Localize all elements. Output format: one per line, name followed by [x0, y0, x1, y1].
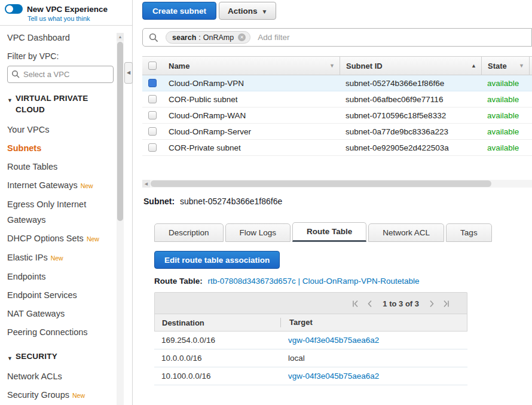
route-table-label: Route Table:: [154, 277, 203, 286]
pagination-prev-button[interactable]: [366, 300, 374, 308]
subnet-table: Name ▼ Subnet ID ▲ State ▼ Cloud-OnRamp-…: [142, 56, 532, 156]
selected-subnet-line: Subnet: subnet-05274b366e1f86f6e: [143, 197, 282, 206]
add-filter-input[interactable]: Add filter: [258, 33, 289, 42]
sidebar-item-your-vpcs[interactable]: Your VPCs: [7, 120, 115, 139]
pagination-first-button[interactable]: [351, 300, 359, 308]
sidebar-scrollbar[interactable]: ▲: [117, 33, 124, 405]
search-icon: [149, 33, 158, 42]
sidebar-item-egress-only-internet-gateways[interactable]: Egress Only Internet Gateways: [7, 195, 115, 229]
tab-flow-logs[interactable]: Flow Logs: [225, 223, 291, 242]
route-row: 169.254.0.0/16 vgw-04f3e045b75aea6a2: [154, 332, 467, 349]
pagination-next-button[interactable]: [428, 300, 436, 308]
create-subnet-button[interactable]: Create subnet: [142, 2, 216, 20]
tab-route-table[interactable]: Route Table: [292, 222, 366, 242]
new-badge: New: [81, 182, 93, 189]
sidebar-item-nat-gateways[interactable]: NAT Gateways: [7, 304, 115, 323]
subnet-label: Subnet:: [143, 197, 175, 206]
column-header-destination: Destination: [155, 318, 280, 327]
scroll-up-icon[interactable]: ▲: [117, 33, 124, 41]
route-table-separator: |: [298, 277, 300, 286]
sidebar-item-security-groups[interactable]: Security GroupsNew: [7, 385, 115, 404]
chevron-down-icon: ▼: [262, 8, 268, 15]
filter-bar[interactable]: search : OnRAmp ✕ Add filter: [142, 28, 532, 47]
row-checkbox[interactable]: [148, 143, 157, 152]
route-row: 10.0.0.0/16 local: [154, 349, 467, 367]
sidebar-collapse-handle[interactable]: ◀: [124, 62, 133, 84]
sidebar-item-vpc-dashboard[interactable]: VPC Dashboard: [7, 33, 103, 42]
row-checkbox[interactable]: [148, 127, 157, 136]
route-table-panel: 1 to 3 of 3 Destination Target 169.254.0…: [154, 292, 467, 385]
sidebar-scrollbar-thumb[interactable]: [117, 42, 123, 221]
sidebar-item-internet-gateways[interactable]: Internet GatewaysNew: [7, 176, 115, 195]
sidebar-item-endpoint-services[interactable]: Endpoint Services: [7, 286, 115, 304]
edit-route-table-association-button[interactable]: Edit route table association: [154, 251, 280, 269]
sort-desc-icon[interactable]: ▼: [329, 63, 335, 69]
sidebar-item-network-acls[interactable]: Network ACLs: [7, 367, 115, 385]
tell-us-link[interactable]: Tell us what you think: [27, 15, 127, 22]
vpc-search: [7, 66, 114, 83]
column-header-target: Target: [280, 318, 467, 328]
filter-chip[interactable]: search : OnRAmp ✕: [166, 31, 250, 44]
row-checkbox[interactable]: [148, 111, 157, 119]
new-experience-title: New VPC Experience: [27, 5, 108, 14]
pagination-last-button[interactable]: [442, 300, 450, 308]
remove-filter-icon[interactable]: ✕: [238, 33, 246, 41]
section-label: VIRTUAL PRIVATE CLOUD: [16, 94, 88, 114]
pagination-count: 1 to 3 of 3: [383, 299, 419, 308]
sidebar-item-subnets[interactable]: Subnets: [7, 139, 115, 157]
sidebar-item-route-tables[interactable]: Route Tables: [7, 157, 115, 176]
new-experience-toggle[interactable]: [5, 4, 23, 14]
actions-button[interactable]: Actions▼: [219, 2, 276, 20]
target-link[interactable]: vgw-04f3e045b75aea6a2: [288, 372, 379, 381]
detail-tabs: Description Flow Logs Route Table Networ…: [154, 222, 492, 242]
sidebar-item-endpoints[interactable]: Endpoints: [7, 267, 115, 286]
section-security[interactable]: ▼ SECURITY: [7, 351, 109, 362]
route-table-id-link[interactable]: rtb-07808d343673d657c: [208, 277, 296, 286]
subnet-id-value: subnet-05274b366e1f86f6e: [180, 197, 282, 206]
sidebar-item-peering-connections[interactable]: Peering Connections: [7, 323, 115, 341]
new-badge: New: [87, 235, 99, 243]
collapse-left-icon: ◀: [127, 70, 130, 75]
horizontal-scrollbar[interactable]: ◀: [142, 180, 532, 188]
column-header-state[interactable]: State ▼: [481, 57, 529, 75]
section-collapse-icon: ▼: [7, 95, 13, 106]
target-value: local: [288, 354, 305, 363]
filter-chip-value: OnRAmp: [203, 33, 234, 42]
target-link[interactable]: vgw-04f3e045b75aea6a2: [288, 336, 379, 345]
column-header-subnet-id[interactable]: Subnet ID ▲: [340, 57, 481, 75]
tab-network-acl[interactable]: Network ACL: [368, 223, 444, 242]
table-row[interactable]: COR-Public subnet subnet-06afbec06f9e771…: [142, 91, 532, 108]
filter-chip-key: search: [172, 33, 196, 42]
routes-table-header: Destination Target: [154, 314, 467, 332]
column-header-name[interactable]: Name ▼: [163, 57, 340, 75]
sort-asc-icon[interactable]: ▲: [471, 63, 476, 69]
row-checkbox[interactable]: [148, 95, 157, 103]
new-badge: New: [51, 254, 63, 262]
status-badge: available: [481, 95, 529, 104]
table-row[interactable]: Cloud-OnRamp-Server subnet-0a77de9bc8336…: [142, 124, 532, 140]
security-nav-list: Network ACLs Security GroupsNew: [7, 367, 115, 404]
vpc-search-input[interactable]: [7, 66, 114, 83]
new-badge: New: [72, 392, 85, 399]
route-row: 10.100.0.0/16 vgw-04f3e045b75aea6a2: [154, 367, 467, 385]
horizontal-scrollbar-thumb[interactable]: [151, 180, 491, 187]
sort-desc-icon[interactable]: ▼: [519, 63, 524, 69]
status-badge: available: [481, 127, 529, 136]
table-row[interactable]: COR-Private subnet subnet-0e92905e2d4225…: [142, 140, 532, 156]
filter-chip-separator: :: [198, 33, 200, 42]
sidebar-item-elastic-ips[interactable]: Elastic IPsNew: [7, 248, 115, 267]
pagination: 1 to 3 of 3: [351, 293, 450, 314]
tab-description[interactable]: Description: [154, 223, 224, 242]
select-all-checkbox[interactable]: [148, 62, 157, 70]
route-table-name-link[interactable]: Cloud-OnRamp-VPN-Routetable: [302, 277, 420, 286]
sidebar-item-dhcp-options-sets[interactable]: DHCP Options SetsNew: [7, 229, 115, 248]
search-icon: [11, 70, 20, 78]
tab-tags[interactable]: Tags: [446, 223, 492, 242]
row-checkbox[interactable]: [148, 79, 157, 87]
status-badge: available: [481, 111, 529, 120]
table-row[interactable]: Cloud-OnRamp-VPN subnet-05274b366e1f86f6…: [142, 75, 532, 91]
scroll-left-icon[interactable]: ◀: [142, 180, 150, 188]
filter-by-vpc-label: Filter by VPC:: [7, 51, 132, 61]
section-virtual-private-cloud[interactable]: ▼ VIRTUAL PRIVATE CLOUD: [7, 93, 109, 115]
table-row[interactable]: Cloud-OnRamp-WAN subnet-0710596c18f5e833…: [142, 108, 532, 124]
